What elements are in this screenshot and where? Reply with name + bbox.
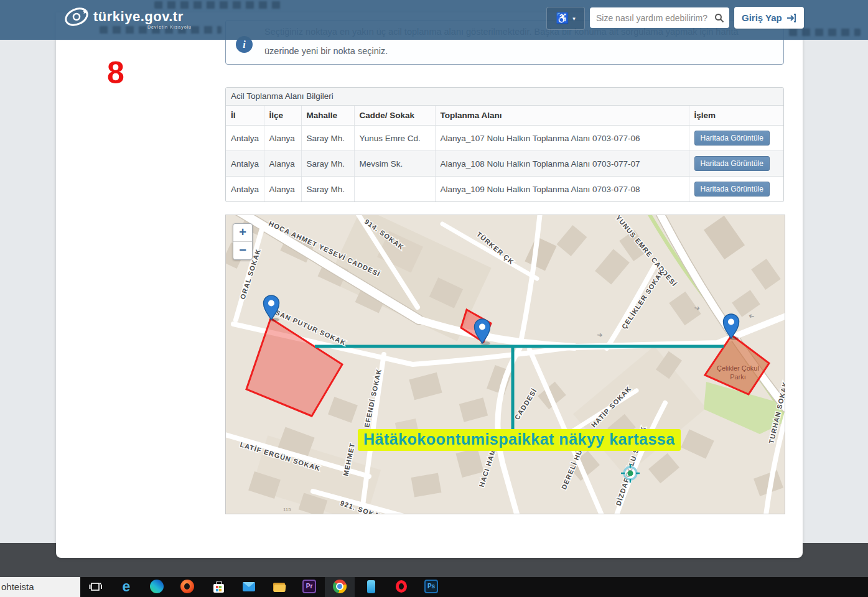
login-arrow-icon xyxy=(786,14,796,22)
show-on-map-button[interactable]: Haritada Görüntüle xyxy=(694,131,770,146)
mail-icon[interactable] xyxy=(241,580,256,595)
login-button[interactable]: Giriş Yap xyxy=(734,7,804,29)
map-canvas: ➔ ➔ ➔ HOCA AHMET YESEVİ CADDESİ 914. SOK… xyxy=(226,215,785,514)
chrome-icon[interactable] xyxy=(333,580,348,595)
table-row: Antalya Alanya Saray Mh. Mevsim Sk. Alan… xyxy=(226,151,783,177)
taskbar: ohteista e Pr Ps xyxy=(0,577,868,597)
accessibility-button[interactable]: ♿ ▾ xyxy=(546,7,585,30)
premiere-icon[interactable]: Pr xyxy=(302,580,317,595)
svg-text:Parkı: Parkı xyxy=(730,373,746,381)
chevron-down-icon: ▾ xyxy=(572,16,576,22)
site-header: türkiye.gov.tr Devletin Kısayolu ♿ ▾ Gir… xyxy=(0,0,868,40)
opera-icon[interactable] xyxy=(394,580,409,595)
col-ilce: İlçe xyxy=(264,106,301,126)
screen: 8 i Seçtiğiniz noktaya en yakın üç acil … xyxy=(0,0,868,597)
zoom-out-button[interactable]: − xyxy=(233,242,252,259)
panel-title: Acil Toplanma Alanı Bilgileri xyxy=(226,88,783,106)
logo-text: türkiye.gov.tr xyxy=(93,9,184,25)
office-icon[interactable] xyxy=(180,580,195,595)
assembly-areas-table: İl İlçe Mahalle Cadde/ Sokak Toplanma Al… xyxy=(226,106,783,201)
show-on-map-button[interactable]: Haritada Görüntüle xyxy=(694,156,770,171)
search-input[interactable] xyxy=(595,12,714,24)
logo-tagline: Devletin Kısayolu xyxy=(92,25,192,29)
search-box xyxy=(590,7,729,28)
table-row: Antalya Alanya Saray Mh. Alanya_109 Nolu… xyxy=(226,177,783,202)
svg-text:Çelikler Çokul: Çelikler Çokul xyxy=(717,364,759,372)
col-il: İl xyxy=(226,106,264,126)
map[interactable]: ➔ ➔ ➔ HOCA AHMET YESEVİ CADDESİ 914. SOK… xyxy=(225,215,785,514)
file-explorer-icon[interactable] xyxy=(272,580,287,595)
accessibility-icon: ♿ xyxy=(556,12,569,25)
logo[interactable]: türkiye.gov.tr xyxy=(63,6,184,27)
edge-icon[interactable] xyxy=(150,580,165,595)
col-islem: İşlem xyxy=(689,106,783,126)
your-phone-icon[interactable] xyxy=(363,580,378,595)
annotation-number: 8 xyxy=(107,57,124,88)
show-on-map-button[interactable]: Haritada Görüntüle xyxy=(694,182,770,197)
alert-text-line2: üzerinde yeni bir nokta seçiniz. xyxy=(264,46,388,56)
map-overlay-highlight: Hätäkokoontumispaikkat näkyy kartassa xyxy=(358,429,681,451)
task-view-icon[interactable] xyxy=(88,580,103,595)
edevlet-swirl-icon xyxy=(63,6,90,27)
login-label: Giriş Yap xyxy=(742,12,782,23)
search-icon[interactable] xyxy=(714,13,724,23)
ghost-text xyxy=(789,29,861,36)
photoshop-icon[interactable]: Ps xyxy=(424,580,439,595)
house-number-label: 115 xyxy=(283,507,291,512)
col-mahalle: Mahalle xyxy=(301,106,354,126)
microsoft-store-icon[interactable] xyxy=(211,580,226,595)
svg-text:➔: ➔ xyxy=(597,331,603,340)
taskbar-status-text: ohteista xyxy=(0,577,80,597)
assembly-areas-panel: Acil Toplanma Alanı Bilgileri İl İlçe Ma… xyxy=(225,87,784,202)
col-cadde: Cadde/ Sokak xyxy=(354,106,435,126)
table-row: Antalya Alanya Saray Mh. Yunus Emre Cd. … xyxy=(226,126,783,151)
internet-explorer-icon[interactable]: e xyxy=(119,580,134,595)
table-header-row: İl İlçe Mahalle Cadde/ Sokak Toplanma Al… xyxy=(226,106,783,126)
map-zoom-control: + − xyxy=(233,223,253,260)
col-toplanma-alani: Toplanma Alanı xyxy=(435,106,689,126)
zoom-in-button[interactable]: + xyxy=(233,224,252,242)
